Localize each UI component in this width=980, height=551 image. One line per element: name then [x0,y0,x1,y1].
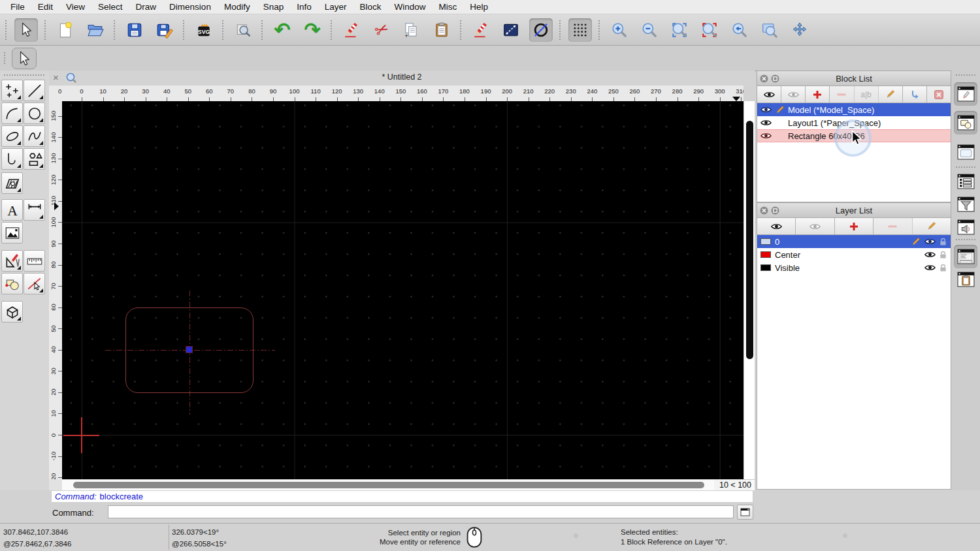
redo-button[interactable]: ↷ [301,18,324,42]
layer-color-swatch[interactable] [760,238,771,245]
zoom-selection-button[interactable] [698,18,721,42]
save-button[interactable] [123,18,146,42]
layer-row[interactable]: Center [757,248,951,261]
clipboard-panel-toggle[interactable] [954,268,977,291]
float-panel-button[interactable] [771,206,779,215]
show-all-layers-button[interactable] [757,218,796,234]
close-panel-button[interactable] [760,74,768,83]
hide-all-layers-button[interactable] [796,218,834,234]
block-list-toggle[interactable] [954,111,977,134]
measure-tools[interactable] [24,250,45,272]
layer-row[interactable]: Visible [757,261,951,274]
layer-color-swatch[interactable] [760,251,771,258]
menu-dimension[interactable]: Dimension [163,0,218,14]
selection-filter-toggle[interactable] [954,193,977,216]
draw-attributes-button[interactable] [469,18,493,42]
layer-row[interactable]: 0 [757,235,951,248]
zoom-out-button[interactable] [638,18,661,42]
shape-tools[interactable] [24,148,45,170]
construction-mode-button[interactable] [529,18,553,42]
previous-view-button[interactable] [728,18,751,42]
layer-lock-icon[interactable] [939,251,947,259]
layer-list-toggle[interactable] [954,170,977,193]
misc-tools[interactable] [1,301,23,323]
block-row[interactable]: Model (*Model_Space) [757,103,951,116]
named-views-toggle[interactable] [954,215,977,239]
modify-tools[interactable] [1,250,23,272]
ellipse-tools[interactable] [1,125,23,147]
auto-zoom-button[interactable] [668,18,691,42]
text-tool[interactable]: A [1,199,23,221]
undo-button[interactable]: ↶ [270,18,294,42]
grid-toggle-button[interactable] [568,18,592,42]
cut-button[interactable]: ✂ [370,18,393,42]
pan-button[interactable] [788,18,811,42]
reference-point-handle[interactable] [186,347,192,353]
paste-button[interactable] [430,18,453,42]
menu-view[interactable]: View [59,0,91,14]
snap-tools[interactable] [1,273,23,294]
selection-tool-button[interactable] [12,48,37,69]
dimension-tools[interactable] [24,199,45,221]
spline-tools[interactable] [24,125,45,147]
open-document-button[interactable] [84,18,107,42]
float-panel-button[interactable] [771,74,779,83]
horizontal-scrollbar-thumb[interactable] [73,482,704,488]
edit-block-button[interactable] [879,86,903,102]
menu-help[interactable]: Help [463,0,495,14]
menu-snap[interactable]: Snap [257,0,291,14]
close-panel-button[interactable] [760,206,768,215]
menu-block[interactable]: Block [353,0,388,14]
add-layer-button[interactable] [835,218,874,234]
layer-visibility-eye-icon[interactable] [924,264,936,272]
menu-modify[interactable]: Modify [218,0,257,14]
point-tools[interactable] [1,80,23,101]
block-visibility-eye-icon[interactable] [760,119,772,127]
zoom-in-button[interactable] [608,18,631,42]
arc-tools[interactable] [1,102,23,124]
horizontal-scrollbar[interactable]: 10 < 100 [62,479,755,490]
copy-button[interactable]: + [400,18,423,42]
layer-visibility-eye-icon[interactable] [924,238,936,245]
menu-edit[interactable]: Edit [31,0,59,14]
line-tools[interactable] [24,80,45,101]
menu-window[interactable]: Window [388,0,433,14]
print-preview-button[interactable] [231,18,255,42]
drawing-canvas[interactable] [62,101,743,479]
polyline-tools[interactable] [1,148,23,170]
insert-block-button[interactable] [903,86,927,102]
menu-select[interactable]: Select [91,0,129,14]
delete-button[interactable] [340,18,363,42]
layer-lock-icon[interactable] [939,264,947,272]
command-window-toggle-button[interactable] [737,505,753,520]
remove-block-button[interactable] [830,86,854,102]
command-input[interactable] [108,505,734,518]
menu-misc[interactable]: Misc [433,0,464,14]
delete-block-contents-button[interactable] [927,86,951,102]
menu-file[interactable]: File [4,0,31,14]
layer-visibility-eye-icon[interactable] [924,251,936,259]
command-line-toggle[interactable] [954,245,977,268]
add-block-button[interactable] [806,86,830,102]
layer-color-swatch[interactable] [760,264,771,271]
show-all-blocks-button[interactable] [757,86,781,102]
image-tool[interactable] [1,222,23,244]
vertical-scrollbar-thumb[interactable] [746,121,753,359]
zoom-window-button[interactable] [758,18,781,42]
menu-layer[interactable]: Layer [318,0,353,14]
svg-export-button[interactable]: SVG [192,18,216,42]
vertical-scrollbar[interactable] [743,101,755,479]
menu-info[interactable]: Info [290,0,318,14]
save-as-button[interactable] [153,18,176,42]
select-cursor-button[interactable] [14,18,38,42]
property-editor-toggle[interactable] [954,82,977,106]
select-tools[interactable] [24,273,45,294]
new-document-button[interactable] [54,18,77,42]
menu-draw[interactable]: Draw [129,0,163,14]
circle-tools[interactable] [24,102,45,124]
hatch-tool[interactable] [1,172,23,194]
hide-all-blocks-button[interactable] [781,86,806,102]
ortho-restrict-button[interactable] [499,18,523,42]
remove-layer-button[interactable] [874,218,912,234]
block-visibility-eye-icon[interactable] [760,132,772,140]
